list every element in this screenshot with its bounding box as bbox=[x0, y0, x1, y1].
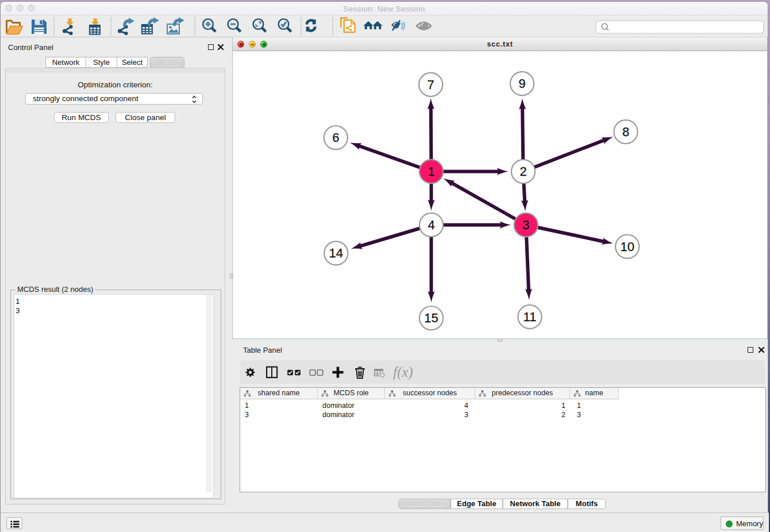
svg-text:11: 11 bbox=[523, 310, 537, 324]
svg-text:15: 15 bbox=[424, 311, 438, 325]
svg-text:7: 7 bbox=[427, 78, 434, 92]
svg-text:8: 8 bbox=[622, 125, 629, 139]
svg-text:1: 1 bbox=[428, 164, 434, 179]
svg-text:3: 3 bbox=[522, 218, 529, 232]
svg-text:9: 9 bbox=[518, 76, 525, 91]
svg-text:2: 2 bbox=[519, 164, 526, 179]
svg-text:6: 6 bbox=[332, 130, 339, 145]
svg-text:f(x): f(x) bbox=[393, 364, 413, 380]
svg-text:10: 10 bbox=[620, 240, 634, 254]
svg-text:14: 14 bbox=[329, 246, 343, 260]
svg-text:4: 4 bbox=[428, 218, 434, 232]
